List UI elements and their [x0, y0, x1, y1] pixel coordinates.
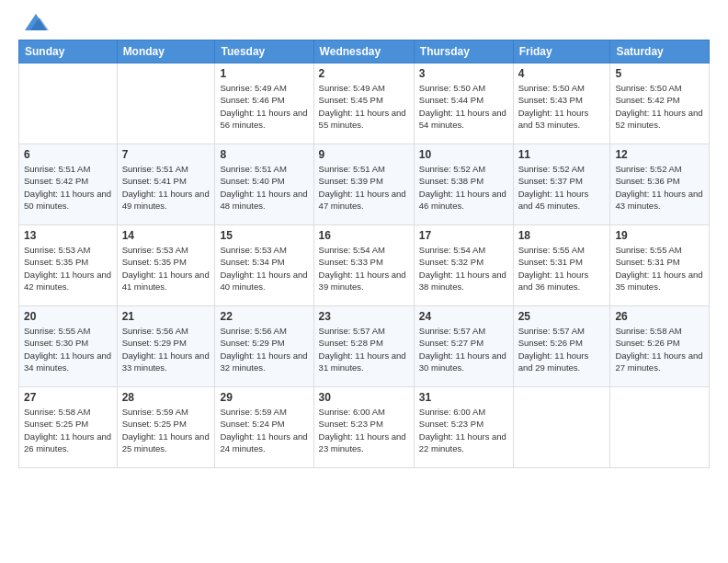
header-sunday: Sunday [19, 40, 118, 63]
day-info: Sunrise: 6:00 AMSunset: 5:23 PMDaylight:… [419, 406, 508, 454]
day-info: Sunrise: 5:54 AMSunset: 5:33 PMDaylight:… [319, 244, 409, 293]
day-number: 15 [220, 229, 308, 242]
day-info: Sunrise: 5:55 AMSunset: 5:31 PMDaylight:… [615, 244, 704, 293]
calendar-cell: 26Sunrise: 5:58 AMSunset: 5:26 PMDayligh… [610, 306, 710, 387]
header-saturday: Saturday [610, 40, 710, 63]
calendar-cell: 12Sunrise: 5:52 AMSunset: 5:36 PMDayligh… [610, 144, 710, 225]
day-info: Sunrise: 5:49 AMSunset: 5:45 PMDaylight:… [319, 82, 409, 131]
calendar-table: SundayMondayTuesdayWednesdayThursdayFrid… [18, 40, 710, 468]
day-info: Sunrise: 5:57 AMSunset: 5:28 PMDaylight:… [319, 325, 409, 373]
calendar-cell: 22Sunrise: 5:56 AMSunset: 5:29 PMDayligh… [215, 306, 313, 387]
day-number: 19 [615, 229, 704, 242]
day-number: 26 [615, 310, 704, 323]
calendar-cell: 19Sunrise: 5:55 AMSunset: 5:31 PMDayligh… [610, 225, 710, 306]
day-info: Sunrise: 5:55 AMSunset: 5:30 PMDaylight:… [24, 325, 112, 373]
header-monday: Monday [117, 40, 215, 63]
day-info: Sunrise: 5:52 AMSunset: 5:38 PMDaylight:… [419, 163, 508, 212]
day-number: 18 [518, 229, 606, 242]
day-info: Sunrise: 5:49 AMSunset: 5:46 PMDaylight:… [220, 82, 308, 131]
calendar-cell: 14Sunrise: 5:53 AMSunset: 5:35 PMDayligh… [117, 225, 215, 306]
day-info: Sunrise: 5:59 AMSunset: 5:25 PMDaylight:… [122, 406, 210, 454]
day-number: 3 [419, 67, 508, 80]
calendar-cell: 9Sunrise: 5:51 AMSunset: 5:39 PMDaylight… [313, 144, 414, 225]
day-number: 5 [615, 67, 704, 80]
header-thursday: Thursday [414, 40, 513, 63]
day-number: 1 [220, 67, 308, 80]
calendar-cell: 27Sunrise: 5:58 AMSunset: 5:25 PMDayligh… [19, 387, 118, 468]
logo-icon [21, 10, 51, 34]
calendar-cell: 30Sunrise: 6:00 AMSunset: 5:23 PMDayligh… [313, 387, 414, 468]
day-number: 21 [122, 310, 210, 323]
calendar-cell: 25Sunrise: 5:57 AMSunset: 5:26 PMDayligh… [513, 306, 610, 387]
day-info: Sunrise: 5:53 AMSunset: 5:34 PMDaylight:… [220, 244, 308, 293]
day-number: 8 [220, 148, 308, 161]
logo [18, 14, 51, 30]
day-number: 17 [419, 229, 508, 242]
day-number: 9 [319, 148, 409, 161]
day-number: 20 [24, 310, 112, 323]
day-number: 10 [419, 148, 508, 161]
calendar-cell: 6Sunrise: 5:51 AMSunset: 5:42 PMDaylight… [19, 144, 118, 225]
header-tuesday: Tuesday [215, 40, 313, 63]
calendar-cell: 24Sunrise: 5:57 AMSunset: 5:27 PMDayligh… [414, 306, 513, 387]
calendar-cell: 31Sunrise: 6:00 AMSunset: 5:23 PMDayligh… [414, 387, 513, 468]
calendar-page: SundayMondayTuesdayWednesdayThursdayFrid… [0, 0, 728, 563]
day-info: Sunrise: 6:00 AMSunset: 5:23 PMDaylight:… [319, 406, 409, 454]
day-number: 13 [24, 229, 112, 242]
calendar-cell: 10Sunrise: 5:52 AMSunset: 5:38 PMDayligh… [414, 144, 513, 225]
calendar-cell: 3Sunrise: 5:50 AMSunset: 5:44 PMDaylight… [414, 63, 513, 144]
day-info: Sunrise: 5:54 AMSunset: 5:32 PMDaylight:… [419, 244, 508, 293]
day-info: Sunrise: 5:56 AMSunset: 5:29 PMDaylight:… [122, 325, 210, 373]
day-info: Sunrise: 5:53 AMSunset: 5:35 PMDaylight:… [122, 244, 210, 293]
calendar-cell: 7Sunrise: 5:51 AMSunset: 5:41 PMDaylight… [117, 144, 215, 225]
day-info: Sunrise: 5:59 AMSunset: 5:24 PMDaylight:… [220, 406, 308, 454]
day-info: Sunrise: 5:57 AMSunset: 5:27 PMDaylight:… [419, 325, 508, 373]
day-number: 28 [122, 391, 210, 404]
day-info: Sunrise: 5:50 AMSunset: 5:42 PMDaylight:… [615, 82, 704, 131]
day-number: 16 [319, 229, 409, 242]
calendar-cell: 20Sunrise: 5:55 AMSunset: 5:30 PMDayligh… [19, 306, 118, 387]
day-number: 7 [122, 148, 210, 161]
header [18, 14, 710, 30]
calendar-cell: 17Sunrise: 5:54 AMSunset: 5:32 PMDayligh… [414, 225, 513, 306]
calendar-cell: 15Sunrise: 5:53 AMSunset: 5:34 PMDayligh… [215, 225, 313, 306]
day-number: 27 [24, 391, 112, 404]
day-number: 2 [319, 67, 409, 80]
day-number: 24 [419, 310, 508, 323]
day-number: 22 [220, 310, 308, 323]
calendar-cell [610, 387, 710, 468]
day-info: Sunrise: 5:58 AMSunset: 5:26 PMDaylight:… [615, 325, 704, 373]
day-info: Sunrise: 5:57 AMSunset: 5:26 PMDaylight:… [518, 325, 606, 373]
day-number: 31 [419, 391, 508, 404]
day-info: Sunrise: 5:52 AMSunset: 5:37 PMDaylight:… [518, 163, 606, 212]
day-info: Sunrise: 5:55 AMSunset: 5:31 PMDaylight:… [518, 244, 606, 293]
calendar-cell: 5Sunrise: 5:50 AMSunset: 5:42 PMDaylight… [610, 63, 710, 144]
calendar-cell: 29Sunrise: 5:59 AMSunset: 5:24 PMDayligh… [215, 387, 313, 468]
day-info: Sunrise: 5:50 AMSunset: 5:43 PMDaylight:… [518, 82, 606, 131]
day-info: Sunrise: 5:52 AMSunset: 5:36 PMDaylight:… [615, 163, 704, 212]
day-number: 12 [615, 148, 704, 161]
day-info: Sunrise: 5:51 AMSunset: 5:42 PMDaylight:… [24, 163, 112, 212]
day-info: Sunrise: 5:56 AMSunset: 5:29 PMDaylight:… [220, 325, 308, 373]
day-info: Sunrise: 5:51 AMSunset: 5:39 PMDaylight:… [319, 163, 409, 212]
day-number: 14 [122, 229, 210, 242]
day-info: Sunrise: 5:58 AMSunset: 5:25 PMDaylight:… [24, 406, 112, 454]
header-wednesday: Wednesday [313, 40, 414, 63]
day-number: 25 [518, 310, 606, 323]
day-number: 30 [319, 391, 409, 404]
calendar-cell: 23Sunrise: 5:57 AMSunset: 5:28 PMDayligh… [313, 306, 414, 387]
calendar-cell: 2Sunrise: 5:49 AMSunset: 5:45 PMDaylight… [313, 63, 414, 144]
day-number: 23 [319, 310, 409, 323]
calendar-cell: 18Sunrise: 5:55 AMSunset: 5:31 PMDayligh… [513, 225, 610, 306]
calendar-cell: 13Sunrise: 5:53 AMSunset: 5:35 PMDayligh… [19, 225, 118, 306]
day-number: 4 [518, 67, 606, 80]
calendar-cell [19, 63, 118, 144]
calendar-cell: 1Sunrise: 5:49 AMSunset: 5:46 PMDaylight… [215, 63, 313, 144]
day-number: 6 [24, 148, 112, 161]
day-info: Sunrise: 5:53 AMSunset: 5:35 PMDaylight:… [24, 244, 112, 293]
calendar-cell: 16Sunrise: 5:54 AMSunset: 5:33 PMDayligh… [313, 225, 414, 306]
calendar-cell: 28Sunrise: 5:59 AMSunset: 5:25 PMDayligh… [117, 387, 215, 468]
day-info: Sunrise: 5:51 AMSunset: 5:40 PMDaylight:… [220, 163, 308, 212]
calendar-cell: 21Sunrise: 5:56 AMSunset: 5:29 PMDayligh… [117, 306, 215, 387]
calendar-cell [513, 387, 610, 468]
